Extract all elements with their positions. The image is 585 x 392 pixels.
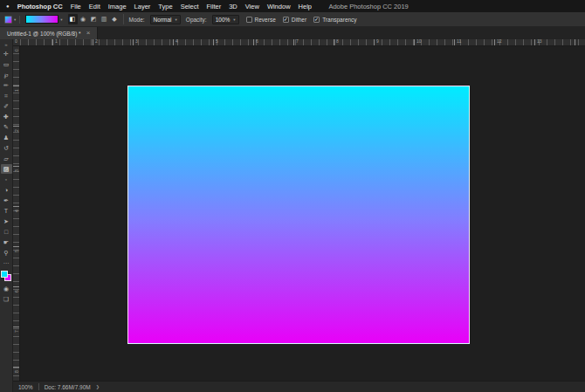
rectangular-marquee-tool-icon[interactable]: ▭ [1,59,12,69]
workspace: 012345678910111213 012345678 100% Doc: 7… [13,39,585,392]
clone-stamp-tool-icon[interactable]: ♟ [1,133,12,142]
main-area: »✛▭℘✏⌗✐✚✎♟↺▱▨◦◑✒T➤□☛⚲⋯◉❏ 012345678910111… [0,39,585,392]
lasso-tool-icon[interactable]: ℘ [1,70,12,79]
quick-selection-tool-icon[interactable]: ✏ [1,80,12,90]
ruler-label: 2 [15,127,19,134]
ruler-label: 4 [15,208,19,215]
screen-mode-button[interactable]: ❏ [1,294,12,304]
menu-item-help[interactable]: Help [299,3,312,10]
document-tab-title: Untitled-1 @ 100% (RGB/8) * [7,31,81,37]
chevron-down-icon: ▾ [60,17,62,22]
gradient-tool-icon[interactable]: ▨ [1,164,12,174]
menu-item-layer[interactable]: Layer [134,3,151,10]
gradient-picker[interactable]: ▾ [25,15,62,24]
quick-mask-button[interactable]: ◉ [1,284,12,293]
zoom-tool-icon[interactable]: ⚲ [1,248,12,258]
menu-items: FileEditImageLayerTypeSelectFilter3DView… [71,3,312,10]
color-swatches[interactable] [1,271,11,281]
gradient-type-diamond[interactable]: ◆ [110,14,120,24]
apple-menu-icon[interactable]: ● [6,3,10,9]
pen-tool-icon[interactable]: ✒ [1,196,12,205]
canvas-row: 012345678 [13,46,585,381]
zoom-level-field[interactable]: 100% [18,384,33,390]
ruler-label: 5 [216,39,218,44]
gradient-tool-icon [4,16,12,24]
ruler-label: 12 [497,39,502,44]
ruler-label: 0 [15,39,17,44]
menu-item-type[interactable]: Type [158,3,172,10]
gradient-preview-swatch [25,15,58,24]
ruler-label: 11 [457,39,461,44]
tool-options-bar: ▾ ▾ ◧◉◩▥◆ Mode: Normal ▾ Opacity: 100% ▾… [0,12,585,27]
close-icon[interactable]: × [86,30,91,37]
gradient-type-radial[interactable]: ◉ [79,14,88,24]
eyedropper-tool-icon[interactable]: ✐ [1,101,12,111]
menu-item-edit[interactable]: Edit [89,3,100,10]
tool-preset-picker[interactable]: ▾ [4,16,20,24]
mode-select[interactable]: Normal ▾ [150,15,181,24]
ruler-label: 3 [135,39,138,44]
horizontal-ruler[interactable]: 012345678910111213 [13,39,585,46]
ruler-label: 3 [15,168,19,175]
ruler-label: 13 [537,39,542,44]
ruler-label: 6 [15,288,19,295]
menu-item-3d[interactable]: 3D [229,3,237,10]
spot-healing-brush-tool-icon[interactable]: ✚ [1,112,12,121]
ruler-label: 10 [416,39,422,44]
path-selection-tool-icon[interactable]: ➤ [1,217,12,226]
history-brush-tool-icon[interactable]: ↺ [1,143,12,153]
dodge-tool-icon[interactable]: ◑ [1,185,12,195]
menu-item-image[interactable]: Image [108,3,127,10]
document-tab[interactable]: Untitled-1 @ 100% (RGB/8) * × [0,27,98,39]
checkbox-dither[interactable]: ✓Dither [283,17,306,23]
mode-label: Mode: [129,17,145,23]
opacity-value: 100% [216,17,231,23]
menu-item-filter[interactable]: Filter [206,3,221,10]
menu-item-select[interactable]: Select [181,3,199,10]
toolbar-collapse-chevron[interactable]: » [1,41,12,48]
checkbox-label: Reverse [255,17,276,23]
eraser-tool-icon[interactable]: ▱ [1,154,12,163]
dither-checkbox-box: ✓ [283,17,289,23]
horizontal-type-tool-icon[interactable]: T [1,206,12,216]
ruler-label: 8 [336,39,339,44]
canvas-document[interactable] [127,86,470,344]
options-checkboxes: Reverse✓Dither✓Transparency [246,17,357,23]
ruler-label: 8 [15,368,19,375]
opacity-select[interactable]: 100% ▾ [212,15,239,24]
ruler-label: 7 [15,328,19,335]
chevron-down-icon: ▾ [176,17,177,22]
status-chevron-icon[interactable]: ❯ [96,384,100,389]
brush-tool-icon[interactable]: ✎ [1,122,12,132]
chevron-down-icon: ▾ [233,17,235,22]
vertical-ruler[interactable]: 012345678 [13,46,20,381]
mode-value: Normal [154,17,172,23]
gradient-type-angle[interactable]: ◩ [89,14,99,24]
edit-toolbar-button[interactable]: ⋯ [1,258,12,268]
photoshop-window: ● Photoshop CC FileEditImageLayerTypeSel… [0,0,585,392]
ruler-label: 2 [95,39,98,44]
menu-item-window[interactable]: Window [267,3,291,10]
status-divider [38,383,39,390]
menu-item-view[interactable]: View [245,3,259,10]
crop-tool-icon[interactable]: ⌗ [1,91,12,100]
menu-item-file[interactable]: File [71,3,81,10]
menu-app-name[interactable]: Photoshop CC [17,3,63,10]
opacity-label: Opacity: [186,17,207,23]
hand-tool-icon[interactable]: ☛ [1,237,12,247]
doc-size-info: Doc: 7.66M/7.90M [45,384,91,390]
gradient-type-linear[interactable]: ◧ [68,14,78,24]
chevron-down-icon: ▾ [14,17,16,22]
ruler-label: 1 [15,87,19,94]
checkbox-transparency[interactable]: ✓Transparency [313,17,357,23]
checkbox-reverse[interactable]: Reverse [246,17,276,23]
foreground-color-swatch[interactable] [1,271,8,278]
canvas-area[interactable] [20,46,585,381]
ruler-label: 5 [15,248,19,255]
blur-tool-icon[interactable]: ◦ [1,175,12,184]
tools-panel: »✛▭℘✏⌗✐✚✎♟↺▱▨◦◑✒T➤□☛⚲⋯◉❏ [0,39,13,392]
window-title: Adobe Photoshop CC 2019 [328,3,408,10]
move-tool-icon[interactable]: ✛ [1,49,12,58]
rectangle-tool-icon[interactable]: □ [1,227,12,237]
gradient-type-reflected[interactable]: ▥ [100,14,109,24]
